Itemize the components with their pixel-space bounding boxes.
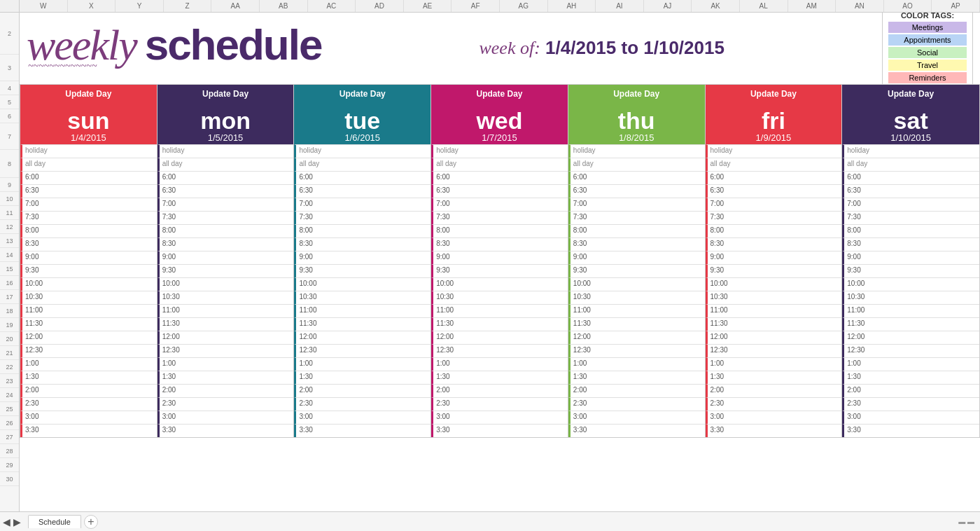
time-slot-tue-7[interactable]: 8:30 <box>294 237 430 251</box>
time-slot-mon-21[interactable]: 3:30 <box>158 424 294 437</box>
time-slot-mon-0[interactable]: holiday <box>158 144 294 158</box>
time-slot-sat-1[interactable]: all day <box>842 158 979 171</box>
time-slot-thu-18[interactable]: 2:00 <box>568 384 705 397</box>
time-slot-fri-12[interactable]: 11:00 <box>706 304 842 317</box>
time-slot-thu-11[interactable]: 10:30 <box>568 291 705 304</box>
time-slot-thu-13[interactable]: 11:30 <box>568 317 705 331</box>
time-slot-wed-13[interactable]: 11:30 <box>431 317 568 331</box>
time-slot-tue-16[interactable]: 1:00 <box>294 357 430 371</box>
time-slot-mon-16[interactable]: 1:00 <box>158 357 294 371</box>
time-slot-sun-14[interactable]: 12:00 <box>20 331 157 344</box>
time-slot-fri-5[interactable]: 7:30 <box>706 211 842 224</box>
time-slot-sun-10[interactable]: 10:00 <box>20 277 157 291</box>
time-slot-sun-11[interactable]: 10:30 <box>20 291 157 304</box>
time-slot-sat-12[interactable]: 11:00 <box>842 304 979 317</box>
time-slot-mon-10[interactable]: 10:00 <box>158 277 294 291</box>
time-slot-thu-10[interactable]: 10:00 <box>568 277 705 291</box>
time-slot-fri-10[interactable]: 10:00 <box>706 277 842 291</box>
update-day-button-fri[interactable]: Update Day <box>706 85 842 103</box>
time-slot-sat-3[interactable]: 6:30 <box>842 184 979 198</box>
time-slot-thu-12[interactable]: 11:00 <box>568 304 705 317</box>
time-slot-sun-2[interactable]: 6:00 <box>20 171 157 184</box>
time-slot-fri-13[interactable]: 11:30 <box>706 317 842 331</box>
time-slot-fri-3[interactable]: 6:30 <box>706 184 842 198</box>
time-slot-thu-6[interactable]: 8:00 <box>568 224 705 237</box>
time-slot-thu-9[interactable]: 9:30 <box>568 264 705 277</box>
time-slot-fri-9[interactable]: 9:30 <box>706 264 842 277</box>
time-slot-tue-11[interactable]: 10:30 <box>294 291 430 304</box>
time-slot-sun-8[interactable]: 9:00 <box>20 251 157 264</box>
time-slot-wed-6[interactable]: 8:00 <box>431 224 568 237</box>
time-slot-wed-5[interactable]: 7:30 <box>431 211 568 224</box>
time-slot-mon-5[interactable]: 7:30 <box>158 211 294 224</box>
time-slot-tue-14[interactable]: 12:00 <box>294 331 430 344</box>
prev-sheet-arrow[interactable]: ◀ <box>3 516 10 527</box>
time-slot-wed-16[interactable]: 1:00 <box>431 357 568 371</box>
time-slot-tue-8[interactable]: 9:00 <box>294 251 430 264</box>
time-slot-sun-4[interactable]: 7:00 <box>20 198 157 211</box>
time-slot-thu-1[interactable]: all day <box>568 158 705 171</box>
time-slot-sun-6[interactable]: 8:00 <box>20 224 157 237</box>
time-slot-mon-11[interactable]: 10:30 <box>158 291 294 304</box>
time-slot-sun-13[interactable]: 11:30 <box>20 317 157 331</box>
time-slot-wed-9[interactable]: 9:30 <box>431 264 568 277</box>
time-slot-tue-0[interactable]: holiday <box>294 144 430 158</box>
time-slot-thu-4[interactable]: 7:00 <box>568 198 705 211</box>
time-slot-tue-10[interactable]: 10:00 <box>294 277 430 291</box>
time-slot-thu-17[interactable]: 1:30 <box>568 371 705 384</box>
time-slot-sat-8[interactable]: 9:00 <box>842 251 979 264</box>
time-slot-wed-8[interactable]: 9:00 <box>431 251 568 264</box>
time-slot-sun-21[interactable]: 3:30 <box>20 424 157 437</box>
time-slot-mon-8[interactable]: 9:00 <box>158 251 294 264</box>
time-slot-mon-12[interactable]: 11:00 <box>158 304 294 317</box>
time-slot-thu-15[interactable]: 12:30 <box>568 344 705 357</box>
add-sheet-button[interactable]: + <box>84 515 98 529</box>
time-slot-sat-21[interactable]: 3:30 <box>842 424 979 437</box>
time-slot-sat-17[interactable]: 1:30 <box>842 371 979 384</box>
time-slot-sat-18[interactable]: 2:00 <box>842 384 979 397</box>
time-slot-mon-1[interactable]: all day <box>158 158 294 171</box>
time-slot-sat-11[interactable]: 10:30 <box>842 291 979 304</box>
time-slot-tue-15[interactable]: 12:30 <box>294 344 430 357</box>
time-slot-wed-3[interactable]: 6:30 <box>431 184 568 198</box>
update-day-button-wed[interactable]: Update Day <box>431 85 568 103</box>
time-slot-sun-0[interactable]: holiday <box>20 144 157 158</box>
time-slot-wed-17[interactable]: 1:30 <box>431 371 568 384</box>
time-slot-sat-2[interactable]: 6:00 <box>842 171 979 184</box>
time-slot-mon-2[interactable]: 6:00 <box>158 171 294 184</box>
time-slot-sat-9[interactable]: 9:30 <box>842 264 979 277</box>
time-slot-tue-19[interactable]: 2:30 <box>294 397 430 411</box>
time-slot-tue-5[interactable]: 7:30 <box>294 211 430 224</box>
time-slot-tue-9[interactable]: 9:30 <box>294 264 430 277</box>
time-slot-fri-21[interactable]: 3:30 <box>706 424 842 437</box>
time-slot-mon-17[interactable]: 1:30 <box>158 371 294 384</box>
time-slot-mon-13[interactable]: 11:30 <box>158 317 294 331</box>
time-slot-thu-7[interactable]: 8:30 <box>568 237 705 251</box>
time-slot-fri-2[interactable]: 6:00 <box>706 171 842 184</box>
time-slot-mon-7[interactable]: 8:30 <box>158 237 294 251</box>
time-slot-wed-12[interactable]: 11:00 <box>431 304 568 317</box>
time-slot-thu-0[interactable]: holiday <box>568 144 705 158</box>
time-slot-wed-1[interactable]: all day <box>431 158 568 171</box>
time-slot-wed-19[interactable]: 2:30 <box>431 397 568 411</box>
time-slot-tue-21[interactable]: 3:30 <box>294 424 430 437</box>
time-slot-mon-3[interactable]: 6:30 <box>158 184 294 198</box>
time-slot-fri-14[interactable]: 12:00 <box>706 331 842 344</box>
time-slot-fri-18[interactable]: 2:00 <box>706 384 842 397</box>
time-slot-fri-20[interactable]: 3:00 <box>706 411 842 424</box>
time-slot-wed-2[interactable]: 6:00 <box>431 171 568 184</box>
time-slot-tue-1[interactable]: all day <box>294 158 430 171</box>
update-day-button-sat[interactable]: Update Day <box>842 85 979 103</box>
time-slot-wed-11[interactable]: 10:30 <box>431 291 568 304</box>
time-slot-wed-4[interactable]: 7:00 <box>431 198 568 211</box>
time-slot-thu-21[interactable]: 3:30 <box>568 424 705 437</box>
time-slot-thu-8[interactable]: 9:00 <box>568 251 705 264</box>
time-slot-fri-0[interactable]: holiday <box>706 144 842 158</box>
time-slot-thu-14[interactable]: 12:00 <box>568 331 705 344</box>
time-slot-sun-17[interactable]: 1:30 <box>20 371 157 384</box>
time-slot-wed-21[interactable]: 3:30 <box>431 424 568 437</box>
time-slot-sun-19[interactable]: 2:30 <box>20 397 157 411</box>
time-slot-sun-9[interactable]: 9:30 <box>20 264 157 277</box>
time-slot-fri-17[interactable]: 1:30 <box>706 371 842 384</box>
time-slot-mon-19[interactable]: 2:30 <box>158 397 294 411</box>
